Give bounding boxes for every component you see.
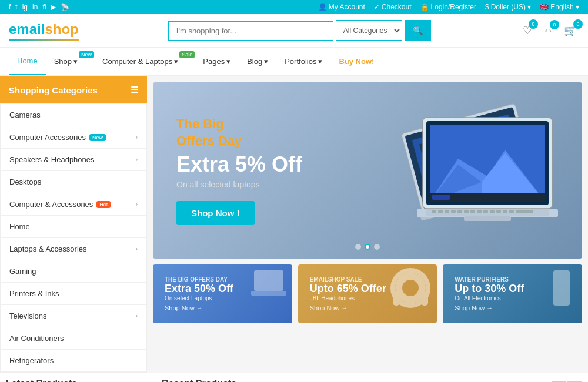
bottom-section: Latest Products Recent Products ‹ ›: [0, 373, 588, 382]
hero-text: The Big Offers Day Extra 5% Off On all s…: [153, 92, 326, 249]
checkout-link[interactable]: ✓ Checkout: [374, 3, 412, 11]
sub-banner-laptops: The Big Offers Day Extra 50% Off On sele…: [153, 264, 292, 323]
svg-rect-37: [421, 294, 428, 306]
svg-rect-16: [464, 216, 511, 221]
nav-bar: Home Shop ▾ New Computer & Laptops ▾ Sal…: [0, 48, 588, 76]
nav-buynow[interactable]: Buy Now!: [330, 48, 382, 75]
wishlist-button[interactable]: ♡ 0: [520, 22, 534, 39]
hot-badge: Hot: [96, 201, 111, 208]
recent-products-section: Recent Products ‹ ›: [162, 378, 582, 382]
sidebar-item-air-conditioners[interactable]: Air Conditioners: [1, 327, 146, 350]
sidebar-item-cameras[interactable]: Cameras: [1, 104, 146, 126]
sidebar-header: Shopping Categories ☰: [0, 76, 147, 103]
svg-rect-39: [556, 273, 567, 297]
lock-icon: 🔒: [420, 3, 429, 11]
compare-count: 0: [550, 20, 559, 29]
sidebar-item-gaming[interactable]: Gaming: [1, 260, 146, 283]
latest-products-title: Latest Products: [6, 378, 77, 382]
new-badge: New: [89, 134, 106, 141]
main-content: Shopping Categories ☰ Cameras Computer A…: [0, 76, 588, 373]
sidebar-item-televisions[interactable]: Televisions ›: [1, 305, 146, 327]
currency-selector[interactable]: $ Doller (US) ▾: [485, 3, 531, 11]
search-input[interactable]: [168, 21, 333, 41]
computers-badge-sale: Sale: [179, 51, 195, 58]
svg-rect-20: [445, 210, 449, 213]
hero-description: On all selected laptops: [176, 180, 302, 189]
sub-banners: The Big Offers Day Extra 50% Off On sele…: [153, 264, 582, 323]
sidebar-title: Shopping Categories: [9, 85, 98, 95]
category-select[interactable]: All Categories Cameras Laptops Phones: [336, 20, 402, 41]
sidebar: Shopping Categories ☰ Cameras Computer A…: [0, 76, 147, 373]
social-icons: f t ig in fl ▶ 📡: [9, 3, 69, 11]
svg-rect-22: [457, 210, 462, 213]
logo-email: email: [9, 21, 45, 37]
logo[interactable]: emailshop: [9, 21, 79, 41]
language-selector[interactable]: 🇬🇧 English ▾: [540, 3, 579, 11]
facebook-icon[interactable]: f: [9, 3, 11, 11]
hero-dots: [355, 244, 380, 250]
dot-1[interactable]: [355, 244, 361, 250]
flag-icon: 🇬🇧: [540, 3, 549, 11]
my-account-link[interactable]: 👤 My Account: [318, 3, 365, 11]
twitter-icon[interactable]: t: [15, 3, 17, 11]
cart-button[interactable]: 🛒 0: [562, 22, 579, 39]
sidebar-item-computer-accessories[interactable]: Computer Accessories New ›: [1, 126, 146, 149]
sidebar-item-speakers[interactable]: Speakers & Headphones ›: [1, 149, 146, 171]
sub-banner-headphones: emailshop sale Upto 65% Offer JBL Headph…: [298, 264, 437, 323]
latest-products-section: Latest Products: [6, 378, 153, 382]
sidebar-item-refrigerators[interactable]: Refrigerators: [1, 350, 146, 372]
svg-rect-33: [251, 291, 286, 296]
login-register-link[interactable]: 🔒 Login/Register: [420, 3, 476, 11]
sidebar-menu: Cameras Computer Accessories New › Speak…: [0, 103, 147, 373]
checkout-icon: ✓: [374, 3, 380, 11]
arrow-icon: ›: [136, 156, 138, 163]
nav-blog[interactable]: Blog ▾: [239, 48, 276, 75]
instagram-icon[interactable]: ig: [22, 3, 28, 11]
hero-title: Extra 5% Off: [176, 152, 302, 177]
sidebar-item-computer-acc2[interactable]: Computer & Accessories Hot ›: [1, 193, 146, 216]
nav-portfolios[interactable]: Portfolios ▾: [276, 48, 330, 75]
svg-point-35: [399, 276, 422, 300]
sub-banner-water: Water Purifiers Up to 30% Off On All Ele…: [443, 264, 582, 323]
svg-rect-27: [490, 210, 495, 213]
dot-3[interactable]: [374, 244, 380, 250]
svg-rect-25: [477, 210, 482, 213]
wishlist-count: 0: [529, 19, 538, 29]
rss-icon[interactable]: 📡: [61, 3, 69, 11]
nav-home[interactable]: Home: [9, 48, 46, 75]
nav-pages[interactable]: Pages ▾: [195, 48, 239, 75]
svg-rect-18: [432, 210, 436, 213]
header: emailshop All Categories Cameras Laptops…: [0, 14, 588, 48]
recent-products-title: Recent Products: [162, 378, 236, 382]
sidebar-item-printers[interactable]: Printers & Inks: [1, 283, 146, 305]
arrow-icon: ›: [136, 313, 138, 319]
nav-computers[interactable]: Computer & Laptops ▾ Sale: [94, 48, 195, 75]
sidebar-item-laptops[interactable]: Laptops & Accessories ›: [1, 238, 146, 260]
svg-rect-36: [393, 294, 400, 306]
cart-count: 0: [573, 19, 583, 29]
shop-badge-new: New: [79, 51, 94, 58]
compare-button[interactable]: ↔ 0: [540, 22, 556, 39]
recent-products-header: Recent Products ‹ ›: [162, 378, 582, 382]
search-button[interactable]: 🔍: [405, 20, 431, 41]
nav-shop[interactable]: Shop ▾ New: [46, 48, 94, 75]
sidebar-item-home[interactable]: Home: [1, 216, 146, 238]
shop-now-button[interactable]: Shop Now !: [176, 201, 255, 225]
account-icon: 👤: [318, 3, 327, 11]
right-content: The Big Offers Day Extra 5% Off On all s…: [147, 76, 588, 373]
linkedin-icon[interactable]: in: [32, 3, 38, 11]
sidebar-item-desktops[interactable]: Desktops: [1, 171, 146, 193]
logo-underline: [9, 39, 79, 41]
search-area: All Categories Cameras Laptops Phones 🔍: [168, 20, 431, 41]
svg-rect-29: [503, 210, 507, 213]
sidebar-menu-icon: ☰: [131, 85, 138, 95]
hero-subtitle: The Big Offers Day: [176, 116, 302, 149]
dot-2[interactable]: [365, 244, 370, 250]
top-right-links: 👤 My Account ✓ Checkout 🔒 Login/Register…: [318, 3, 579, 11]
hero-banner: The Big Offers Day Extra 5% Off On all s…: [153, 82, 582, 259]
dollar-icon: $: [485, 3, 489, 11]
flickr-icon[interactable]: fl: [42, 3, 46, 11]
youtube-icon[interactable]: ▶: [51, 3, 56, 11]
svg-rect-21: [451, 210, 456, 213]
svg-rect-24: [470, 210, 475, 213]
